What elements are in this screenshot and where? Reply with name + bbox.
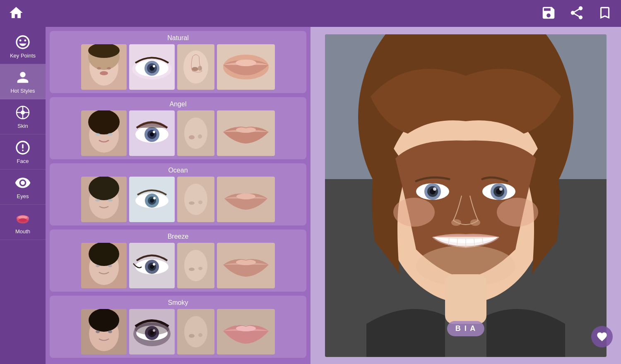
bia-text: B I A bbox=[455, 324, 476, 333]
svg-point-65 bbox=[89, 243, 119, 266]
thumb-breeze-face[interactable] bbox=[81, 243, 127, 288]
svg-point-95 bbox=[189, 334, 195, 338]
thumb-angel-nose[interactable] bbox=[177, 110, 214, 156]
thumb-smoky-face[interactable] bbox=[81, 309, 127, 354]
svg-point-56 bbox=[153, 197, 156, 199]
top-bar-right bbox=[541, 5, 613, 22]
person-photo bbox=[325, 34, 607, 357]
face-icon bbox=[14, 139, 31, 156]
svg-point-110 bbox=[433, 187, 436, 191]
svg-point-7 bbox=[19, 218, 27, 222]
style-row-smoky[interactable]: Smoky bbox=[50, 296, 306, 358]
top-bar-left bbox=[8, 5, 24, 22]
thumb-natural-nose[interactable] bbox=[177, 44, 214, 90]
smiley-icon bbox=[14, 34, 31, 50]
home-button[interactable] bbox=[8, 5, 24, 22]
thumb-angel-lips[interactable] bbox=[217, 110, 275, 156]
bia-button[interactable]: B I A bbox=[447, 321, 484, 336]
thumb-natural-eye[interactable] bbox=[129, 44, 175, 90]
heart-icon bbox=[596, 331, 608, 342]
thumb-smoky-nose[interactable] bbox=[177, 309, 214, 354]
save-button[interactable] bbox=[541, 5, 556, 22]
svg-point-21 bbox=[153, 65, 155, 67]
main-content: Key Points Hot Styles Skin Face bbox=[0, 27, 621, 364]
svg-point-67 bbox=[108, 265, 112, 267]
svg-point-11 bbox=[97, 67, 101, 69]
svg-point-42 bbox=[189, 135, 195, 139]
mouth-icon bbox=[14, 210, 31, 226]
bia-label: B I A bbox=[455, 324, 476, 333]
svg-point-41 bbox=[184, 117, 207, 149]
photo-panel: B I A bbox=[310, 27, 621, 364]
share-button[interactable] bbox=[569, 5, 585, 22]
thumb-angel-eye[interactable] bbox=[129, 110, 175, 156]
style-thumbnails-natural bbox=[53, 44, 303, 90]
style-thumbnails-ocean bbox=[53, 177, 303, 222]
svg-point-13 bbox=[100, 71, 108, 75]
sidebar-item-mouth[interactable]: Mouth bbox=[0, 205, 46, 240]
svg-rect-124 bbox=[445, 274, 486, 324]
photo-container: B I A bbox=[325, 34, 607, 357]
svg-point-28 bbox=[236, 60, 256, 66]
thumb-breeze-nose[interactable] bbox=[177, 243, 214, 288]
sidebar-item-eyes[interactable]: Eyes bbox=[0, 170, 46, 205]
thumb-breeze-lips[interactable] bbox=[217, 243, 275, 288]
thumb-natural-lips[interactable] bbox=[217, 44, 275, 90]
sidebar: Key Points Hot Styles Skin Face bbox=[0, 27, 46, 364]
svg-point-117 bbox=[470, 219, 480, 226]
heart-favorite-button[interactable] bbox=[591, 326, 613, 347]
svg-point-31 bbox=[88, 110, 120, 134]
sidebar-item-face[interactable]: Face bbox=[0, 134, 46, 170]
svg-point-43 bbox=[198, 134, 202, 139]
sidebar-item-key-points[interactable]: Key Points bbox=[0, 29, 46, 64]
svg-point-76 bbox=[189, 268, 195, 271]
style-row-natural[interactable]: Natural bbox=[50, 31, 306, 93]
sidebar-item-label: Skin bbox=[17, 123, 28, 129]
thumb-ocean-face[interactable] bbox=[81, 177, 127, 222]
sidebar-item-label: Hot Styles bbox=[10, 88, 35, 94]
svg-point-58 bbox=[184, 184, 207, 215]
svg-point-84 bbox=[108, 330, 112, 333]
svg-point-39 bbox=[153, 131, 155, 133]
thumb-ocean-eye[interactable] bbox=[129, 177, 175, 222]
svg-point-105 bbox=[497, 198, 538, 227]
svg-point-59 bbox=[189, 201, 195, 205]
style-row-angel[interactable]: Angel bbox=[50, 97, 306, 159]
thumb-angel-face[interactable] bbox=[81, 110, 127, 156]
svg-point-77 bbox=[198, 267, 202, 270]
svg-point-24 bbox=[192, 67, 198, 71]
svg-point-73 bbox=[153, 263, 155, 266]
thumb-natural-face[interactable] bbox=[81, 44, 127, 90]
person-icon bbox=[14, 69, 31, 86]
sidebar-item-label: Eyes bbox=[17, 193, 29, 199]
svg-point-49 bbox=[95, 199, 100, 201]
style-row-breeze[interactable]: Breeze bbox=[50, 230, 306, 292]
style-thumbnails-smoky bbox=[53, 309, 303, 354]
style-title-smoky: Smoky bbox=[53, 299, 303, 307]
thumb-smoky-lips[interactable] bbox=[217, 309, 275, 354]
svg-point-60 bbox=[198, 201, 202, 204]
thumb-breeze-eye[interactable] bbox=[129, 243, 175, 288]
svg-point-94 bbox=[184, 316, 207, 347]
svg-point-50 bbox=[108, 199, 113, 201]
svg-point-66 bbox=[96, 265, 100, 267]
svg-point-116 bbox=[451, 219, 461, 226]
thumb-smoky-eye[interactable] bbox=[129, 309, 175, 354]
svg-point-83 bbox=[96, 330, 100, 333]
sidebar-item-hot-styles[interactable]: Hot Styles bbox=[0, 64, 46, 99]
eyes-icon bbox=[14, 175, 31, 191]
svg-point-75 bbox=[184, 250, 207, 281]
svg-point-23 bbox=[183, 50, 208, 84]
style-row-ocean[interactable]: Ocean bbox=[50, 163, 306, 225]
favorites-button[interactable] bbox=[597, 5, 613, 22]
style-title-ocean: Ocean bbox=[53, 167, 303, 174]
sidebar-item-label: Mouth bbox=[15, 228, 30, 235]
style-title-natural: Natural bbox=[53, 34, 303, 42]
thumb-ocean-nose[interactable] bbox=[177, 177, 214, 222]
svg-point-92 bbox=[135, 323, 169, 335]
svg-point-33 bbox=[108, 133, 113, 136]
thumb-ocean-lips[interactable] bbox=[217, 177, 275, 222]
sidebar-item-skin[interactable]: Skin bbox=[0, 99, 46, 134]
svg-point-115 bbox=[499, 187, 503, 191]
sidebar-item-label: Face bbox=[17, 158, 29, 164]
